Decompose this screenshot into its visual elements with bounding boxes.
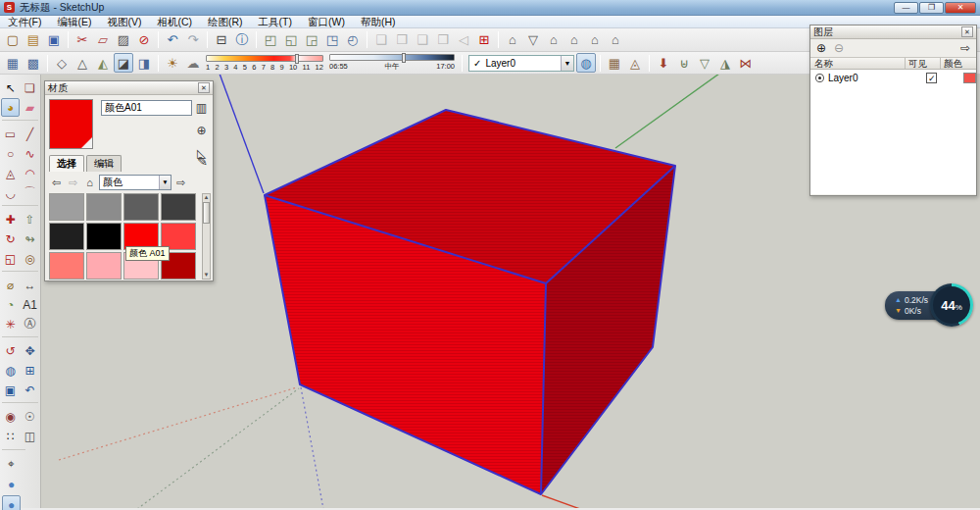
menu-tools[interactable]: 工具(T) bbox=[251, 16, 300, 28]
dynamic-tool-5[interactable]: ◁ bbox=[454, 30, 473, 50]
close-button[interactable]: ✕ bbox=[945, 2, 976, 14]
section-display-tool[interactable]: ⌖ bbox=[2, 454, 21, 473]
push-pull-tool[interactable]: ⇧ bbox=[21, 210, 39, 229]
shadow-time-slider[interactable]: 06:55 中午 17:00 bbox=[329, 54, 455, 72]
tab-select[interactable]: 选择 bbox=[49, 155, 84, 172]
forward-button[interactable]: ⇨ bbox=[66, 176, 80, 190]
active-layer-combo[interactable]: ✓ Layer0 ▼ bbox=[468, 55, 574, 72]
restore-button[interactable]: ❐ bbox=[919, 2, 944, 14]
arc-tool[interactable]: ◠ bbox=[21, 164, 39, 182]
drape-button[interactable]: ▽ bbox=[695, 53, 714, 73]
cut-button[interactable]: ✂ bbox=[73, 30, 92, 50]
zoom-window-tool[interactable]: ⊞ bbox=[21, 361, 39, 380]
materials-panel-titlebar[interactable]: 材质 ✕ bbox=[45, 81, 213, 95]
scrollbar-thumb[interactable] bbox=[203, 202, 210, 224]
xray-mode-button[interactable]: ▦ bbox=[3, 53, 23, 73]
save-button[interactable]: ▣ bbox=[44, 30, 64, 50]
follow-me-tool[interactable]: ↬ bbox=[21, 230, 39, 248]
sample-paint-icon[interactable]: ✎ bbox=[197, 154, 208, 169]
make-component-tool[interactable]: ❏ bbox=[21, 78, 39, 97]
back-edges-button[interactable]: ▩ bbox=[24, 53, 43, 73]
shadow-toggle-button[interactable]: ☁ bbox=[183, 53, 203, 73]
dynamic-tool-4[interactable]: ❒ bbox=[433, 30, 453, 50]
month-slider-handle[interactable] bbox=[295, 54, 299, 64]
stamp-button[interactable]: ⊎ bbox=[674, 53, 694, 73]
iso-view-button[interactable]: ⌂ bbox=[503, 30, 522, 50]
3d-text-tool[interactable]: Ⓐ bbox=[21, 315, 39, 333]
smoove-button[interactable]: ⬇ bbox=[654, 53, 673, 73]
menu-draw[interactable]: 绘图(R) bbox=[200, 16, 251, 28]
left-view-button[interactable]: ⌂ bbox=[606, 30, 625, 50]
materials-close-button[interactable]: ✕ bbox=[198, 82, 210, 93]
swatch-gray-4[interactable] bbox=[161, 193, 196, 221]
new-file-button[interactable]: ▢ bbox=[3, 30, 23, 50]
material-name-field[interactable] bbox=[101, 100, 192, 116]
menu-view[interactable]: 视图(V) bbox=[99, 16, 149, 28]
orbit-model-tool[interactable]: ● bbox=[2, 475, 21, 493]
print-button[interactable]: ⊟ bbox=[212, 30, 231, 50]
paste-button[interactable]: ▨ bbox=[114, 30, 133, 50]
component-tool-3[interactable]: ◲ bbox=[302, 30, 321, 50]
component-tool-2[interactable]: ◱ bbox=[281, 30, 301, 50]
previous-view-tool[interactable]: ↶ bbox=[21, 381, 39, 399]
rotate-tool[interactable]: ↻ bbox=[1, 230, 20, 248]
copy-button[interactable]: ▱ bbox=[93, 30, 113, 50]
look-around-tool[interactable]: ☉ bbox=[21, 407, 39, 426]
create-material-icon[interactable]: ⊕ bbox=[193, 122, 210, 138]
section-plane-tool[interactable]: ◫ bbox=[21, 427, 39, 445]
position-camera-tool[interactable]: ◉ bbox=[1, 407, 20, 426]
walk-tool[interactable]: ∷ bbox=[1, 427, 20, 445]
progress-circle[interactable]: 44 % bbox=[930, 283, 973, 327]
dimension-tool[interactable]: ↔ bbox=[21, 276, 39, 294]
dynamic-tool-3[interactable]: ❑ bbox=[413, 30, 432, 50]
redo-button[interactable]: ↷ bbox=[183, 30, 203, 50]
polygon-tool[interactable]: ◬ bbox=[1, 164, 20, 182]
spin-model-tool[interactable]: ● bbox=[2, 495, 21, 510]
rectangle-tool[interactable]: ▭ bbox=[1, 125, 20, 143]
layers-close-button[interactable]: ✕ bbox=[961, 26, 973, 37]
two-point-arc-tool[interactable]: ◡ bbox=[1, 183, 20, 202]
flip-edge-button[interactable]: ⋈ bbox=[736, 53, 756, 73]
layer-row[interactable]: Layer0✓ bbox=[810, 70, 976, 85]
texture-red-button[interactable]: ⊞ bbox=[474, 30, 494, 50]
zoom-extents-tool[interactable]: ▣ bbox=[1, 381, 20, 399]
scroll-down-icon[interactable]: ▼ bbox=[203, 272, 210, 279]
select-tool[interactable]: ↖ bbox=[1, 78, 20, 97]
shaded-button[interactable]: ◭ bbox=[93, 53, 113, 73]
layers-panel-titlebar[interactable]: 图层 ✕ bbox=[810, 26, 976, 39]
add-layer-button[interactable]: ⊕ bbox=[814, 41, 828, 55]
layer-active-radio[interactable] bbox=[815, 74, 824, 82]
layer-visible-checkbox[interactable]: ✓ bbox=[926, 73, 937, 83]
display-secondary-pane-icon[interactable]: ▥ bbox=[193, 99, 210, 116]
back-button[interactable]: ⇦ bbox=[49, 176, 64, 190]
textured-button[interactable]: ◪ bbox=[114, 53, 133, 73]
orbit-tool[interactable]: ↺ bbox=[1, 341, 20, 360]
paint-bucket-tool[interactable]: ◕ bbox=[1, 98, 20, 117]
delete-button[interactable]: ⊘ bbox=[134, 30, 154, 50]
hidden-line-button[interactable]: △ bbox=[73, 53, 92, 73]
layer-manager-button[interactable]: ◍ bbox=[576, 53, 596, 73]
menu-window[interactable]: 窗口(W) bbox=[300, 16, 353, 28]
scale-tool[interactable]: ◱ bbox=[1, 249, 20, 268]
shadow-settings-button[interactable]: ☀ bbox=[163, 53, 182, 73]
menu-camera[interactable]: 相机(C) bbox=[149, 16, 200, 28]
layer-name[interactable]: Layer0 bbox=[828, 73, 904, 83]
top-view-button[interactable]: ▽ bbox=[523, 30, 543, 50]
right-view-button[interactable]: ⌂ bbox=[564, 30, 584, 50]
swatch-black-1[interactable] bbox=[49, 223, 84, 250]
swatch-scrollbar[interactable]: ▲ ▼ bbox=[202, 193, 211, 280]
axes-tool[interactable]: ✳ bbox=[1, 315, 20, 333]
back-view-button[interactable]: ⌂ bbox=[585, 30, 605, 50]
layer-color-swatch[interactable] bbox=[963, 73, 976, 83]
tape-measure-tool[interactable]: ⌀ bbox=[1, 276, 20, 294]
open-file-button[interactable]: ▤ bbox=[24, 30, 43, 50]
home-icon[interactable]: ⌂ bbox=[82, 176, 97, 190]
swatch-gray-1[interactable] bbox=[49, 193, 84, 221]
component-tool-4[interactable]: ◳ bbox=[322, 30, 342, 50]
collection-dropdown-arrow[interactable]: ▼ bbox=[159, 176, 171, 189]
swatch-pink[interactable] bbox=[86, 252, 122, 280]
menu-edit[interactable]: 编辑(E) bbox=[49, 16, 99, 28]
swatch-gray-2[interactable] bbox=[86, 193, 122, 221]
component-tool-1[interactable]: ◰ bbox=[261, 30, 280, 50]
tab-edit[interactable]: 编辑 bbox=[86, 155, 122, 172]
